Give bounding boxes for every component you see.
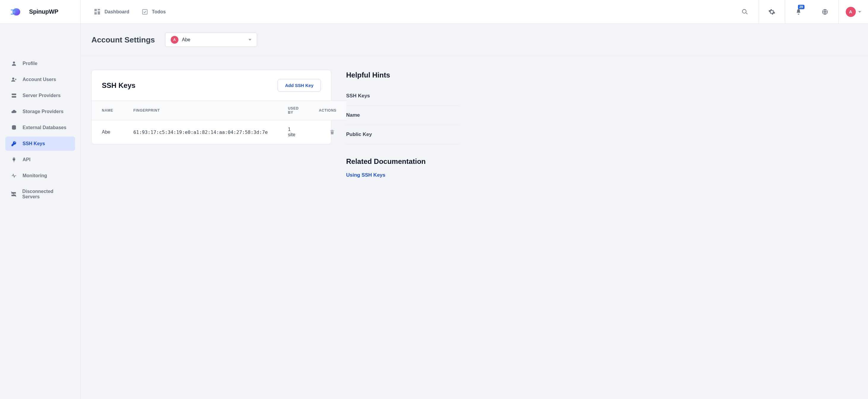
sidebar-item-label: Storage Providers <box>23 109 64 114</box>
key-fingerprint: 61:93:17:c5:34:19:e0:a1:82:14:aa:04:27:5… <box>123 120 278 144</box>
sidebar-item-server-providers[interactable]: Server Providers <box>5 89 75 103</box>
svg-point-10 <box>12 78 14 80</box>
sidebar-item-label: Profile <box>23 61 37 66</box>
account-selector-label: Abe <box>182 37 190 42</box>
svg-rect-11 <box>12 94 16 95</box>
svg-point-9 <box>13 61 15 64</box>
hints-heading: Helpful Hints <box>346 71 459 79</box>
svg-rect-1 <box>12 11 16 12</box>
sidebar-item-label: API <box>23 157 31 162</box>
sidebar-item-monitoring[interactable]: Monitoring <box>5 168 75 183</box>
settings-button[interactable] <box>758 0 785 24</box>
hint-item-name[interactable]: Name <box>346 106 459 125</box>
cloud-icon <box>11 109 17 115</box>
search-button[interactable] <box>732 0 758 24</box>
key-icon <box>11 141 17 147</box>
topbar: SpinupWP Dashboard Todos <box>0 0 868 24</box>
user-avatar: A <box>846 7 856 17</box>
account-selector[interactable]: A Abe <box>165 33 257 47</box>
notification-badge: 29 <box>798 5 804 9</box>
settings-sidebar: Profile Account Users Server Providers S… <box>0 24 81 399</box>
notifications-button[interactable]: 29 <box>785 0 812 24</box>
sidebar-item-profile[interactable]: Profile <box>5 56 75 71</box>
card-header: SSH Keys Add SSH Key <box>92 70 331 101</box>
chevron-down-icon <box>858 11 861 13</box>
globe-icon <box>822 9 828 15</box>
key-used-by: 1 site <box>278 120 309 144</box>
logo-icon <box>11 7 25 17</box>
logo-text: SpinupWP <box>29 8 58 15</box>
page-title: Account Settings <box>91 35 155 44</box>
page-header: Account Settings A Abe <box>81 24 868 56</box>
sidebar-item-account-users[interactable]: Account Users <box>5 72 75 87</box>
content-row: SSH Keys Add SSH Key NAME FINGERPRINT US… <box>81 56 868 192</box>
account-avatar: A <box>171 36 178 44</box>
user-menu[interactable]: A <box>838 0 868 24</box>
svg-rect-6 <box>98 11 100 14</box>
key-name: Abe <box>92 120 123 144</box>
nav-todos-label: Todos <box>152 9 166 14</box>
main: Account Settings A Abe SSH Keys Add SSH … <box>81 24 868 399</box>
table-row: Abe 61:93:17:c5:34:19:e0:a1:82:14:aa:04:… <box>92 120 346 144</box>
plug-icon <box>11 157 17 163</box>
svg-rect-2 <box>11 14 15 14</box>
nav-dashboard[interactable]: Dashboard <box>94 9 129 15</box>
shell: Profile Account Users Server Providers S… <box>0 24 868 399</box>
sidebar-item-storage-providers[interactable]: Storage Providers <box>5 104 75 119</box>
sidebar-item-label: Monitoring <box>23 173 47 178</box>
nav-todos[interactable]: Todos <box>142 9 166 15</box>
col-actions: ACTIONS <box>309 101 346 120</box>
ssh-keys-card: SSH Keys Add SSH Key NAME FINGERPRINT US… <box>91 70 331 144</box>
sidebar-item-api[interactable]: API <box>5 153 75 167</box>
bell-icon <box>795 9 802 15</box>
hints-list: SSH Keys Name Public Key <box>346 86 459 144</box>
sidebar-item-ssh-keys[interactable]: SSH Keys <box>5 136 75 151</box>
svg-rect-3 <box>94 9 97 11</box>
col-fingerprint: FINGERPRINT <box>123 101 278 120</box>
svg-rect-0 <box>11 9 15 10</box>
hint-item-public-key[interactable]: Public Key <box>346 125 459 144</box>
svg-rect-4 <box>98 9 100 10</box>
trash-icon <box>329 129 335 135</box>
search-icon <box>742 9 748 15</box>
sidebar-item-label: Server Providers <box>23 93 61 98</box>
heartbeat-icon <box>11 173 17 179</box>
docs-heading: Related Documentation <box>346 157 459 166</box>
svg-rect-5 <box>94 12 97 14</box>
logo[interactable]: SpinupWP <box>11 7 58 17</box>
users-icon <box>11 76 17 83</box>
server-icon <box>11 93 17 98</box>
sidebar-item-label: Account Users <box>23 77 56 82</box>
gear-icon <box>768 8 775 16</box>
card-title: SSH Keys <box>102 81 135 90</box>
help-button[interactable] <box>812 0 838 24</box>
sidebar-item-label: SSH Keys <box>23 141 45 146</box>
col-name: NAME <box>92 101 123 120</box>
col-usedby: USED BY <box>278 101 309 120</box>
topbar-actions: 29 A <box>732 0 868 24</box>
disconnected-icon <box>11 191 17 197</box>
profile-icon <box>11 61 17 66</box>
chevron-down-icon <box>248 39 251 41</box>
hint-item-ssh-keys[interactable]: SSH Keys <box>346 86 459 106</box>
svg-rect-7 <box>143 9 147 14</box>
add-ssh-key-button[interactable]: Add SSH Key <box>278 79 321 92</box>
sidebar-item-label: Disconnected Servers <box>22 189 70 200</box>
doc-link-using-ssh-keys[interactable]: Using SSH Keys <box>346 172 385 178</box>
top-nav: Dashboard Todos <box>81 0 732 24</box>
logo-cell: SpinupWP <box>0 0 81 24</box>
delete-key-button[interactable] <box>328 128 336 136</box>
sidebar-item-external-databases[interactable]: External Databases <box>5 121 75 135</box>
todos-icon <box>142 9 148 15</box>
database-icon <box>11 125 17 131</box>
sidebar-item-label: External Databases <box>23 125 66 130</box>
sidebar-item-disconnected-servers[interactable]: Disconnected Servers <box>5 185 75 204</box>
nav-dashboard-label: Dashboard <box>104 9 129 14</box>
ssh-keys-table: NAME FINGERPRINT USED BY ACTIONS Abe 61:… <box>92 101 346 144</box>
sidebar-list: Profile Account Users Server Providers S… <box>0 56 81 204</box>
hints-panel: Helpful Hints SSH Keys Name Public Key R… <box>346 70 459 178</box>
svg-rect-12 <box>12 96 16 98</box>
dashboard-icon <box>94 9 100 15</box>
